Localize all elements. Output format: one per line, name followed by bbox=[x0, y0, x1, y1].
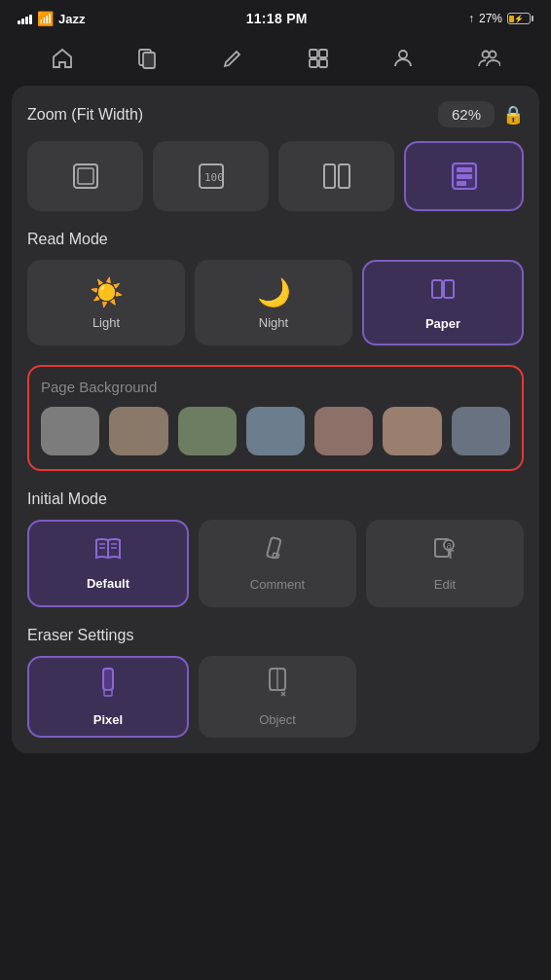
moon-icon: 🌙 bbox=[257, 276, 291, 309]
edit-icon: T a bbox=[431, 535, 459, 569]
top-nav bbox=[0, 35, 551, 86]
time-label: 11:18 PM bbox=[246, 11, 308, 26]
battery-icon: ⚡ bbox=[507, 13, 533, 24]
init-edit-button[interactable]: T a Edit bbox=[366, 520, 524, 607]
init-default-button[interactable]: Default bbox=[27, 520, 189, 607]
eraser-object-button[interactable]: × Object bbox=[199, 656, 356, 738]
sun-icon: ☀️ bbox=[90, 276, 124, 309]
fit-100-button[interactable]: 100 bbox=[153, 141, 269, 211]
fit-split-button[interactable] bbox=[278, 141, 394, 211]
eraser-object-label: Object bbox=[259, 712, 296, 727]
svg-rect-14 bbox=[339, 164, 349, 188]
color-swatches bbox=[41, 407, 510, 455]
svg-rect-19 bbox=[432, 280, 442, 298]
eraser-label: Eraser Settings bbox=[27, 627, 524, 644]
pages-icon[interactable] bbox=[126, 41, 168, 76]
status-left: 📶 Jazz bbox=[18, 11, 85, 26]
swatch-rose[interactable] bbox=[314, 407, 373, 455]
swatch-tan[interactable] bbox=[109, 407, 167, 455]
status-right: ↑ 27% ⚡ bbox=[468, 12, 533, 25]
svg-rect-32 bbox=[103, 669, 113, 690]
marker-icon bbox=[264, 535, 291, 569]
read-light-button[interactable]: ☀️ Light bbox=[27, 260, 185, 345]
zoom-row: Zoom (Fit Width) 62% 🔒 bbox=[27, 101, 524, 127]
paper-icon bbox=[429, 275, 457, 309]
svg-text:a: a bbox=[447, 540, 453, 551]
init-default-label: Default bbox=[87, 576, 129, 591]
read-mode-row: ☀️ Light 🌙 Night Paper bbox=[27, 260, 524, 345]
read-mode-label: Read Mode bbox=[27, 231, 524, 248]
pixel-eraser-icon bbox=[94, 667, 122, 705]
svg-text:100: 100 bbox=[204, 171, 224, 184]
zoom-value: 62% bbox=[438, 101, 495, 127]
user-icon[interactable] bbox=[382, 41, 424, 76]
svg-point-7 bbox=[483, 52, 490, 58]
svg-rect-1 bbox=[143, 53, 155, 68]
svg-rect-18 bbox=[457, 181, 466, 186]
status-bar: 📶 Jazz 11:18 PM ↑ 27% ⚡ bbox=[0, 0, 551, 35]
page-bg-label: Page Background bbox=[41, 379, 510, 395]
eraser-pixel-button[interactable]: Pixel bbox=[27, 656, 189, 738]
swatch-blue[interactable] bbox=[246, 407, 305, 455]
init-comment-button[interactable]: Comment bbox=[199, 520, 356, 607]
home-icon[interactable] bbox=[41, 41, 84, 76]
object-eraser-icon: × bbox=[264, 667, 291, 705]
location-icon: ↑ bbox=[468, 12, 474, 25]
read-night-button[interactable]: 🌙 Night bbox=[195, 260, 352, 345]
page-bg-section: Page Background bbox=[27, 365, 524, 471]
svg-point-6 bbox=[399, 51, 407, 58]
swatch-brown[interactable] bbox=[383, 407, 441, 455]
eraser-pixel-label: Pixel bbox=[93, 712, 123, 727]
lock-icon[interactable]: 🔒 bbox=[502, 104, 524, 126]
read-light-label: Light bbox=[92, 315, 120, 330]
layout-icon[interactable] bbox=[297, 41, 340, 76]
swatch-gray[interactable] bbox=[41, 407, 99, 455]
svg-rect-13 bbox=[324, 164, 335, 188]
svg-rect-16 bbox=[457, 167, 472, 172]
book-open-icon bbox=[93, 536, 123, 568]
pencil-icon[interactable] bbox=[211, 41, 254, 76]
svg-rect-2 bbox=[310, 50, 317, 57]
carrier-label: Jazz bbox=[58, 12, 85, 26]
svg-rect-5 bbox=[319, 59, 327, 67]
svg-rect-20 bbox=[444, 280, 454, 298]
eraser-row: Pixel × Object bbox=[27, 656, 524, 753]
view-mode-buttons: 100 bbox=[27, 141, 524, 211]
initial-mode-row: Default Comment T a Edit bbox=[27, 520, 524, 607]
swatch-green[interactable] bbox=[178, 407, 237, 455]
svg-rect-10 bbox=[78, 168, 93, 184]
signal-icon bbox=[18, 13, 32, 24]
svg-rect-17 bbox=[457, 174, 472, 179]
wifi-icon: 📶 bbox=[37, 11, 54, 26]
read-night-label: Night bbox=[259, 315, 288, 330]
swatch-slate[interactable] bbox=[452, 407, 510, 455]
read-paper-label: Paper bbox=[425, 316, 460, 331]
zoom-label: Zoom (Fit Width) bbox=[27, 106, 143, 124]
scroll-button[interactable] bbox=[404, 141, 524, 211]
initial-mode-label: Initial Mode bbox=[27, 490, 524, 508]
svg-rect-3 bbox=[319, 50, 327, 57]
group-icon[interactable] bbox=[467, 41, 510, 76]
battery-pct-label: 27% bbox=[479, 12, 502, 25]
fit-page-button[interactable] bbox=[27, 141, 143, 211]
zoom-right: 62% 🔒 bbox=[438, 101, 524, 127]
init-edit-label: Edit bbox=[434, 577, 456, 592]
init-comment-label: Comment bbox=[250, 577, 305, 592]
svg-rect-4 bbox=[310, 59, 317, 67]
svg-text:×: × bbox=[274, 695, 278, 698]
svg-point-8 bbox=[490, 52, 496, 58]
svg-rect-33 bbox=[104, 690, 112, 696]
read-paper-button[interactable]: Paper bbox=[362, 260, 524, 345]
settings-panel: Zoom (Fit Width) 62% 🔒 100 bbox=[12, 86, 539, 753]
